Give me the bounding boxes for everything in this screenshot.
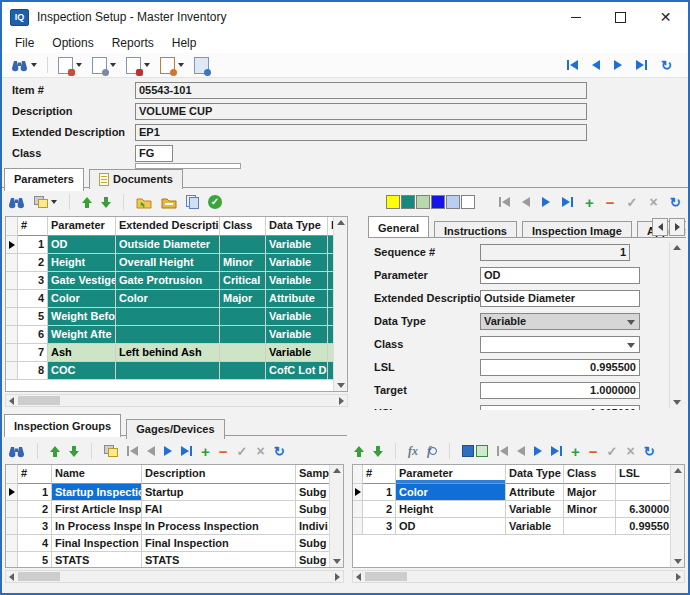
post-edit-icon[interactable]: ✓ xyxy=(627,196,638,209)
cell[interactable]: Variable xyxy=(266,308,328,326)
cell[interactable] xyxy=(116,308,220,326)
vertical-scrollbar[interactable] xyxy=(669,242,683,408)
tab-inspection-image[interactable]: Inspection Image xyxy=(522,221,632,239)
add-record-icon[interactable]: + xyxy=(585,195,594,210)
cell[interactable] xyxy=(116,326,220,344)
tab-documents[interactable]: Documents xyxy=(89,169,183,189)
lsl-field[interactable]: 0.995500 xyxy=(480,359,640,376)
prev-record-button[interactable] xyxy=(592,60,600,70)
cell[interactable]: Variable xyxy=(506,518,564,535)
vertical-scrollbar[interactable] xyxy=(333,217,347,391)
cell[interactable] xyxy=(220,326,266,344)
column-header[interactable]: Description xyxy=(142,465,296,484)
cell[interactable]: Variable xyxy=(266,272,328,290)
fx-lookup-icon[interactable]: f xyxy=(427,444,437,459)
cell[interactable]: Subg xyxy=(296,484,332,501)
move-up-icon[interactable] xyxy=(354,446,364,457)
menu-reports[interactable]: Reports xyxy=(103,34,163,52)
column-header[interactable]: Data Type xyxy=(266,217,328,236)
cell[interactable]: Variable xyxy=(266,344,328,362)
maximize-button[interactable] xyxy=(598,2,643,32)
cell[interactable]: First Article Inspec xyxy=(52,501,142,518)
extended-description-field[interactable]: Outside Diameter xyxy=(480,290,640,307)
copy-icon[interactable] xyxy=(186,195,199,209)
horizontal-scrollbar[interactable] xyxy=(5,570,344,583)
cell[interactable]: CofC Lot Do xyxy=(266,362,328,380)
first-record-button[interactable] xyxy=(499,197,510,207)
post-edit-icon[interactable]: ✓ xyxy=(607,445,618,458)
cell[interactable]: Major xyxy=(220,290,266,308)
cell[interactable]: Major xyxy=(564,484,616,501)
close-button[interactable]: ✕ xyxy=(643,2,688,32)
cell[interactable]: Attribute xyxy=(266,290,328,308)
refresh-icon[interactable]: ↻ xyxy=(274,445,285,458)
document-report-button[interactable] xyxy=(191,55,212,76)
refresh-icon[interactable]: ↻ xyxy=(670,196,681,209)
cell[interactable]: Height xyxy=(48,254,116,272)
tab-gages-devices[interactable]: Gages/Devices xyxy=(126,419,224,439)
first-record-button[interactable] xyxy=(567,60,578,70)
column-header[interactable]: Samp xyxy=(296,465,332,484)
cell[interactable]: Color xyxy=(48,290,116,308)
cell[interactable] xyxy=(220,362,266,380)
tab-instructions[interactable]: Instructions xyxy=(434,221,517,239)
next-record-button[interactable] xyxy=(542,197,550,207)
cell[interactable]: 8 xyxy=(18,362,48,380)
next-record-button[interactable] xyxy=(164,446,172,456)
cell[interactable]: Subg xyxy=(296,501,332,518)
cell[interactable]: Attribute xyxy=(506,484,564,501)
cell[interactable] xyxy=(616,484,673,501)
cell[interactable]: 7 xyxy=(18,344,48,362)
cell[interactable]: Critical xyxy=(220,272,266,290)
menu-file[interactable]: File xyxy=(6,34,43,52)
cell[interactable]: Variable xyxy=(266,254,328,272)
cell[interactable]: Overall Height xyxy=(116,254,220,272)
last-record-button[interactable] xyxy=(181,446,192,456)
first-record-button[interactable] xyxy=(497,446,508,456)
parameter-field[interactable]: OD xyxy=(480,267,640,284)
document-settings-button[interactable] xyxy=(89,55,119,76)
column-header[interactable]: Parameter xyxy=(396,465,506,484)
cell[interactable]: FAI xyxy=(142,501,296,518)
refresh-icon[interactable]: ↻ xyxy=(661,59,672,72)
column-header[interactable]: # xyxy=(18,217,48,236)
group-parameters-grid[interactable]: #ParameterData TypeClassLSL1ColorAttribu… xyxy=(352,464,685,568)
cell[interactable]: Height xyxy=(396,501,506,518)
extended-description-field[interactable]: EP1 xyxy=(135,124,587,141)
cancel-edit-icon[interactable]: × xyxy=(649,195,657,209)
cell[interactable]: STATS xyxy=(142,552,296,568)
find-binoculars-icon[interactable] xyxy=(8,196,25,209)
cell[interactable]: Subg xyxy=(296,535,332,552)
cell[interactable]: In Process Inspect xyxy=(52,518,142,535)
document-edit-button[interactable] xyxy=(55,55,85,76)
prev-record-button[interactable] xyxy=(147,446,155,456)
cell[interactable]: 3 xyxy=(18,518,52,535)
tab-scroll-right-button[interactable] xyxy=(669,218,685,236)
assign-parameters-icon[interactable] xyxy=(462,445,488,457)
cell[interactable]: OD xyxy=(396,518,506,535)
fx-formula-icon[interactable]: fx xyxy=(408,444,418,459)
column-header[interactable]: # xyxy=(363,465,396,484)
refresh-icon[interactable]: ↻ xyxy=(644,445,655,458)
column-header[interactable]: # xyxy=(18,465,52,484)
cell[interactable]: Outside Diameter xyxy=(116,236,220,254)
column-header[interactable]: Data Type xyxy=(506,465,564,484)
tab-general[interactable]: General xyxy=(368,216,429,238)
cell[interactable]: 5 xyxy=(18,308,48,326)
cell[interactable]: Color xyxy=(396,484,506,501)
cell[interactable]: Weight Befo xyxy=(48,308,116,326)
cell[interactable]: Variable xyxy=(506,501,564,518)
vertical-scrollbar[interactable] xyxy=(670,465,684,567)
parameters-grid[interactable]: #ParameterExtended DescriptionClassData … xyxy=(5,216,348,392)
find-button[interactable] xyxy=(8,57,40,74)
cell[interactable]: Gate Vestige xyxy=(48,272,116,290)
next-record-button[interactable] xyxy=(614,60,622,70)
find-binoculars-icon[interactable] xyxy=(8,445,25,458)
folder-import-icon[interactable] xyxy=(136,196,152,209)
column-header[interactable]: LSL xyxy=(616,465,673,484)
cell[interactable]: 4 xyxy=(18,535,52,552)
first-record-button[interactable] xyxy=(127,446,138,456)
delete-record-icon[interactable]: − xyxy=(589,444,598,459)
document-delete-button[interactable] xyxy=(123,55,153,76)
cell[interactable]: 1 xyxy=(18,236,48,254)
